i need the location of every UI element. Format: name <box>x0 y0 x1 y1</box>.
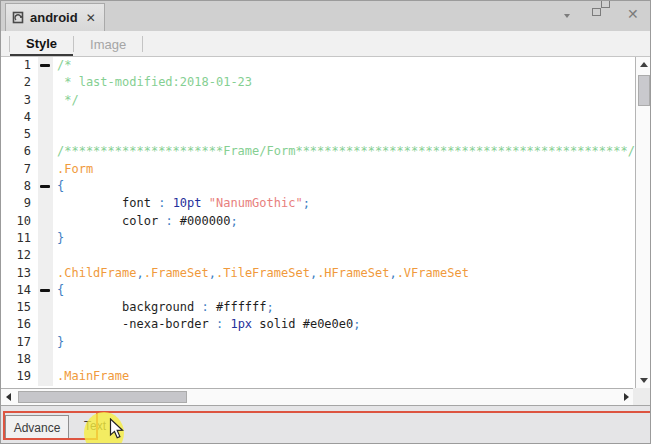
tab-style[interactable]: Style <box>10 32 73 56</box>
fold-gutter <box>38 161 53 178</box>
window-controls: ✕ <box>549 8 642 21</box>
code-text[interactable] <box>53 247 635 264</box>
line-number: 16 <box>1 316 38 333</box>
vertical-scrollbar[interactable] <box>635 57 651 388</box>
code-line[interactable]: 16 -nexa-border : 1px solid #e0e0e0; <box>1 316 635 333</box>
line-number: 17 <box>1 334 38 351</box>
fold-gutter <box>38 334 53 351</box>
fold-gutter[interactable] <box>38 282 53 299</box>
code-text[interactable]: } <box>53 334 635 351</box>
code-line[interactable]: 5 <box>1 126 635 143</box>
code-line[interactable]: 3 */ <box>1 92 635 109</box>
vertical-scrollbar-thumb[interactable] <box>638 75 650 106</box>
code-line[interactable]: 15 background : #ffffff; <box>1 299 635 316</box>
fold-collapse-icon[interactable] <box>40 289 50 292</box>
code-line[interactable]: 1/* <box>1 57 635 74</box>
code-line[interactable]: 11} <box>1 230 635 247</box>
fold-gutter <box>38 316 53 333</box>
code-editor: 1/*2 * last-modified:2018-01-233 */456/*… <box>1 57 651 388</box>
caret-down-icon <box>564 14 570 18</box>
fold-collapse-icon[interactable] <box>40 185 50 188</box>
code-text[interactable] <box>53 109 635 126</box>
fold-gutter <box>38 265 53 282</box>
restore-button[interactable] <box>601 8 616 21</box>
code-text[interactable]: .MainFrame <box>53 368 635 385</box>
tab-list-menu-icon[interactable] <box>549 8 564 21</box>
fold-gutter <box>38 351 53 368</box>
fold-gutter <box>38 74 53 91</box>
line-number: 4 <box>1 109 38 126</box>
line-number: 12 <box>1 247 38 264</box>
code-line[interactable]: 6/**********************Frame/Form******… <box>1 143 635 160</box>
code-text[interactable]: font : 10pt "NanumGothic"; <box>53 195 635 212</box>
tab-close-icon[interactable]: ✕ <box>86 11 96 25</box>
scrollbar-corner <box>633 388 650 405</box>
code-line[interactable]: 10 color : #000000; <box>1 213 635 230</box>
document-tab-bar: android ✕ ✕ <box>1 1 650 31</box>
line-number: 7 <box>1 161 38 178</box>
fold-gutter <box>38 368 53 385</box>
triangle-down-icon <box>640 378 648 383</box>
style-document-icon <box>12 11 25 24</box>
horizontal-scrollbar[interactable] <box>1 388 651 405</box>
line-number: 9 <box>1 195 38 212</box>
line-number: 11 <box>1 230 38 247</box>
code-text[interactable]: .ChildFrame,.FrameSet,.TileFrameSet,.HFr… <box>53 265 635 282</box>
scroll-right-button[interactable] <box>619 389 634 405</box>
code-line[interactable]: 17} <box>1 334 635 351</box>
code-line[interactable]: 12 <box>1 247 635 264</box>
code-text[interactable]: -nexa-border : 1px solid #e0e0e0; <box>53 316 635 333</box>
code-text[interactable]: .Form <box>53 161 635 178</box>
minimize-button[interactable] <box>575 8 590 21</box>
code-text[interactable]: /* <box>53 57 635 74</box>
line-number: 6 <box>1 143 38 160</box>
code-text[interactable]: background : #ffffff; <box>53 299 635 316</box>
fold-gutter <box>38 230 53 247</box>
code-line[interactable]: 4 <box>1 109 635 126</box>
code-line[interactable]: 19.MainFrame <box>1 368 635 385</box>
code-text[interactable] <box>53 126 635 143</box>
line-number: 14 <box>1 282 38 299</box>
code-text[interactable]: } <box>53 230 635 247</box>
code-line[interactable]: 13.ChildFrame,.FrameSet,.TileFrameSet,.H… <box>1 265 635 282</box>
tab-title: android <box>30 10 78 25</box>
fold-gutter[interactable] <box>38 178 53 195</box>
tab-android[interactable]: android ✕ <box>5 3 105 31</box>
code-line[interactable]: 9 font : 10pt "NanumGothic"; <box>1 195 635 212</box>
scroll-up-button[interactable] <box>636 57 651 72</box>
line-number: 3 <box>1 92 38 109</box>
code-text[interactable]: /**********************Frame/Form*******… <box>53 143 635 160</box>
code-text[interactable]: { <box>53 282 635 299</box>
fold-gutter <box>38 299 53 316</box>
scroll-down-button[interactable] <box>636 373 651 388</box>
triangle-left-icon <box>6 393 11 401</box>
line-number: 15 <box>1 299 38 316</box>
code-line[interactable]: 18 <box>1 351 635 368</box>
code-text[interactable]: */ <box>53 92 635 109</box>
horizontal-scrollbar-thumb[interactable] <box>18 391 187 403</box>
code-area[interactable]: 1/*2 * last-modified:2018-01-233 */456/*… <box>1 57 635 388</box>
fold-gutter <box>38 195 53 212</box>
fold-collapse-icon[interactable] <box>40 64 50 67</box>
code-text[interactable]: { <box>53 178 635 195</box>
line-number: 2 <box>1 74 38 91</box>
code-text[interactable]: color : #000000; <box>53 213 635 230</box>
fold-gutter <box>38 213 53 230</box>
bottom-tab-bar: Advance Text <box>1 405 651 444</box>
tab-image[interactable]: Image <box>74 33 142 55</box>
code-line[interactable]: 2 * last-modified:2018-01-23 <box>1 74 635 91</box>
close-window-button[interactable]: ✕ <box>627 8 642 21</box>
fold-gutter <box>38 126 53 143</box>
code-line[interactable]: 14{ <box>1 282 635 299</box>
code-line[interactable]: 7.Form <box>1 161 635 178</box>
code-line[interactable]: 8{ <box>1 178 635 195</box>
code-text[interactable] <box>53 351 635 368</box>
line-number: 1 <box>1 57 38 74</box>
scroll-left-button[interactable] <box>1 389 16 405</box>
code-text[interactable]: * last-modified:2018-01-23 <box>53 74 635 91</box>
app-window: android ✕ ✕ Style Image <box>0 0 651 444</box>
line-number: 19 <box>1 368 38 385</box>
fold-gutter[interactable] <box>38 57 53 74</box>
fold-gutter <box>38 92 53 109</box>
separator <box>142 36 143 52</box>
